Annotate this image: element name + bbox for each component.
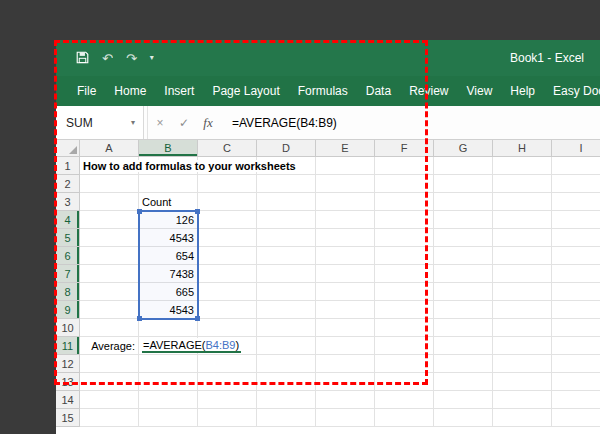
cell-E9[interactable] [316, 301, 375, 319]
cell-D10[interactable] [257, 319, 316, 337]
cell-H5[interactable] [493, 229, 552, 247]
cell-D9[interactable] [257, 301, 316, 319]
cell-H14[interactable] [493, 391, 552, 409]
cell-I1[interactable] [552, 157, 600, 175]
cell-A13[interactable] [80, 373, 139, 391]
cell-E5[interactable] [316, 229, 375, 247]
cell-A12[interactable] [80, 355, 139, 373]
cell-C9[interactable] [198, 301, 257, 319]
cell-C5[interactable] [198, 229, 257, 247]
cell-G12[interactable] [434, 355, 493, 373]
cell-E3[interactable] [316, 193, 375, 211]
cell-B8[interactable]: 665 [139, 283, 198, 301]
row-header-10[interactable]: 10 [56, 319, 80, 337]
row-header-15[interactable]: 15 [56, 409, 80, 427]
ribbon-tab-review[interactable]: Review [400, 76, 457, 106]
cell-I13[interactable] [552, 373, 600, 391]
name-box-dropdown-icon[interactable]: ▾ [131, 118, 135, 127]
cell-H10[interactable] [493, 319, 552, 337]
cell-F4[interactable] [375, 211, 434, 229]
cell-G3[interactable] [434, 193, 493, 211]
cell-I15[interactable] [552, 409, 600, 427]
column-header-E[interactable]: E [316, 140, 375, 157]
cell-A7[interactable] [80, 265, 139, 283]
cell-F15[interactable] [375, 409, 434, 427]
cell-B9[interactable]: 4543 [139, 301, 198, 319]
cell-F9[interactable] [375, 301, 434, 319]
row-header-2[interactable]: 2 [56, 175, 80, 193]
cell-E8[interactable] [316, 283, 375, 301]
ribbon-tab-easy-docu[interactable]: Easy Docu [544, 76, 600, 106]
row-header-9[interactable]: 9 [56, 301, 80, 319]
cell-F14[interactable] [375, 391, 434, 409]
cell-A10[interactable] [80, 319, 139, 337]
cell-I7[interactable] [552, 265, 600, 283]
cell-A9[interactable] [80, 301, 139, 319]
cell-B12[interactable] [139, 355, 198, 373]
cell-D8[interactable] [257, 283, 316, 301]
cell-D3[interactable] [257, 193, 316, 211]
cell-G10[interactable] [434, 319, 493, 337]
cell-E7[interactable] [316, 265, 375, 283]
name-box[interactable]: SUM ▾ [56, 106, 144, 139]
cell-I8[interactable] [552, 283, 600, 301]
cell-I14[interactable] [552, 391, 600, 409]
ribbon-tab-formulas[interactable]: Formulas [289, 76, 357, 106]
redo-icon[interactable]: ↷ [126, 52, 137, 65]
cell-E6[interactable] [316, 247, 375, 265]
cell-B14[interactable] [139, 391, 198, 409]
cell-I4[interactable] [552, 211, 600, 229]
row-header-7[interactable]: 7 [56, 265, 80, 283]
ribbon-tab-home[interactable]: Home [105, 76, 155, 106]
cell-A2[interactable] [80, 175, 139, 193]
cell-E13[interactable] [316, 373, 375, 391]
row-header-3[interactable]: 3 [56, 193, 80, 211]
row-header-1[interactable]: 1 [56, 157, 80, 175]
cell-C15[interactable] [198, 409, 257, 427]
insert-function-icon[interactable]: fx [196, 115, 220, 131]
column-header-H[interactable]: H [493, 140, 552, 157]
row-header-8[interactable]: 8 [56, 283, 80, 301]
cell-I2[interactable] [552, 175, 600, 193]
cell-F3[interactable] [375, 193, 434, 211]
cell-I6[interactable] [552, 247, 600, 265]
row-header-14[interactable]: 14 [56, 391, 80, 409]
cell-E12[interactable] [316, 355, 375, 373]
cell-H9[interactable] [493, 301, 552, 319]
cell-A6[interactable] [80, 247, 139, 265]
column-header-D[interactable]: D [257, 140, 316, 157]
cell-E14[interactable] [316, 391, 375, 409]
cell-F8[interactable] [375, 283, 434, 301]
cell-H2[interactable] [493, 175, 552, 193]
cell-D11[interactable] [257, 337, 316, 355]
row-header-5[interactable]: 5 [56, 229, 80, 247]
cell-C14[interactable] [198, 391, 257, 409]
cell-H4[interactable] [493, 211, 552, 229]
cell-I11[interactable] [552, 337, 600, 355]
cell-G1[interactable] [434, 157, 493, 175]
cell-I12[interactable] [552, 355, 600, 373]
cell-D5[interactable] [257, 229, 316, 247]
cell-G8[interactable] [434, 283, 493, 301]
column-header-A[interactable]: A [80, 140, 139, 157]
cell-G14[interactable] [434, 391, 493, 409]
cell-B4[interactable]: 126 [139, 211, 198, 229]
cell-G6[interactable] [434, 247, 493, 265]
cell-D7[interactable] [257, 265, 316, 283]
cell-A11[interactable]: Average: [80, 337, 139, 355]
cell-C7[interactable] [198, 265, 257, 283]
cell-B13[interactable] [139, 373, 198, 391]
cell-H3[interactable] [493, 193, 552, 211]
column-header-C[interactable]: C [198, 140, 257, 157]
cell-B6[interactable]: 654 [139, 247, 198, 265]
cell-G4[interactable] [434, 211, 493, 229]
cell-A4[interactable] [80, 211, 139, 229]
formula-input[interactable]: =AVERAGE(B4:B9) [220, 116, 600, 130]
cell-F2[interactable] [375, 175, 434, 193]
cell-H15[interactable] [493, 409, 552, 427]
cell-H6[interactable] [493, 247, 552, 265]
cell-I3[interactable] [552, 193, 600, 211]
cell-C3[interactable] [198, 193, 257, 211]
cell-B7[interactable]: 7438 [139, 265, 198, 283]
cell-E10[interactable] [316, 319, 375, 337]
